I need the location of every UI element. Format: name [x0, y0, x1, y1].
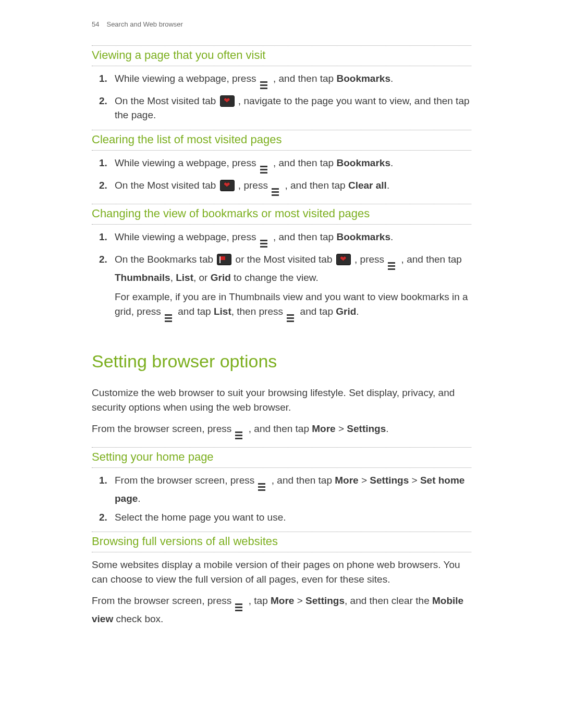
steps-viewing-often: While viewing a webpage, press , and the…: [92, 71, 471, 122]
most-visited-tab-icon: [220, 95, 235, 107]
paragraph: From the browser screen, press , tap Mor…: [92, 594, 471, 626]
paragraph: Customize the web browser to suit your b…: [92, 386, 471, 414]
menu-icon: [287, 314, 296, 323]
heading-clearing-list: Clearing the list of most visited pages: [92, 130, 471, 151]
step: While viewing a webpage, press , and the…: [92, 156, 471, 174]
step: On the Most visited tab , press , and th…: [92, 178, 471, 196]
menu-icon: [165, 314, 174, 323]
menu-icon: [272, 188, 281, 196]
steps-clearing-list: While viewing a webpage, press , and the…: [92, 156, 471, 196]
menu-icon: [388, 262, 397, 270]
note-changing-view: For example, if you are in Thumbnails vi…: [115, 290, 471, 323]
menu-icon: [235, 603, 244, 612]
step: Select the home page you want to use.: [92, 510, 471, 525]
steps-home-page: From the browser screen, press , and the…: [92, 473, 471, 524]
step: On the Bookmarks tab or the Most visited…: [92, 252, 471, 285]
paragraph: Some websites display a mobile version o…: [92, 558, 471, 586]
heading-viewing-often: Viewing a page that you often visit: [92, 45, 471, 66]
manual-page: 54 Search and Web browser Viewing a page…: [0, 0, 563, 655]
menu-icon: [260, 81, 270, 90]
paragraph: From the browser screen, press , and the…: [92, 422, 471, 440]
menu-icon: [260, 165, 270, 174]
step: While viewing a webpage, press , and the…: [92, 230, 471, 248]
step: While viewing a webpage, press , and the…: [92, 71, 471, 90]
menu-icon: [258, 483, 267, 491]
page-header: 54 Search and Web browser: [92, 20, 471, 30]
header-section-title: Search and Web browser: [106, 20, 182, 30]
heading-changing-view: Changing the view of bookmarks or most v…: [92, 204, 471, 225]
menu-icon: [235, 431, 244, 440]
heading-setting-browser-options: Setting browser options: [92, 349, 471, 374]
bookmarks-tab-icon: [217, 254, 231, 265]
step: From the browser screen, press , and the…: [92, 473, 471, 506]
menu-icon: [260, 239, 270, 248]
page-number: 54: [92, 20, 99, 30]
step: On the Most visited tab , navigate to th…: [92, 94, 471, 122]
most-visited-tab-icon: [336, 254, 351, 265]
heading-home-page: Setting your home page: [92, 447, 471, 468]
heading-full-versions: Browsing full versions of all websites: [92, 532, 471, 552]
most-visited-tab-icon: [220, 180, 235, 191]
steps-changing-view: While viewing a webpage, press , and the…: [92, 230, 471, 285]
